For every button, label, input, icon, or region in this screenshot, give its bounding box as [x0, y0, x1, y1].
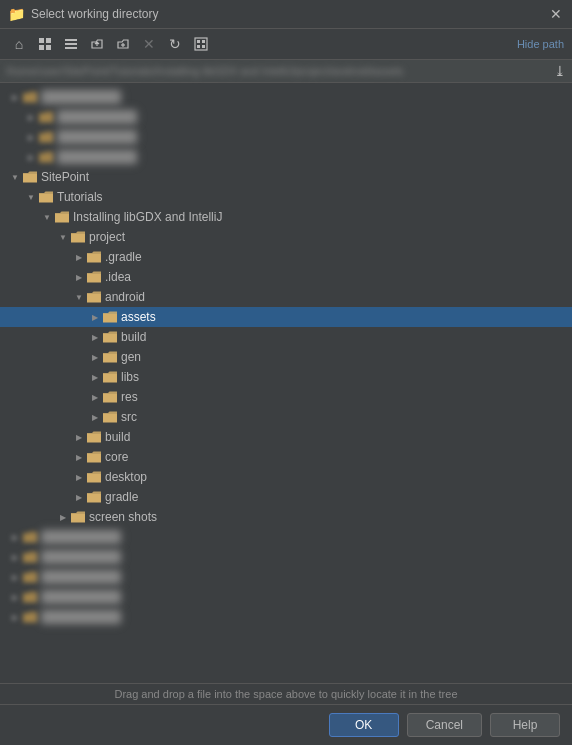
svg-rect-13 [202, 45, 205, 48]
tree-item-gradle2[interactable]: gradle [0, 487, 572, 507]
svg-rect-3 [46, 45, 51, 50]
toggle-down-icon[interactable] [72, 290, 86, 304]
path-download-icon[interactable]: ⤓ [554, 63, 566, 79]
tree-item-gradle[interactable]: .gradle [0, 247, 572, 267]
svg-rect-6 [65, 47, 77, 49]
folder-icon [22, 570, 38, 584]
tree-item-Tutorials[interactable]: Tutorials [0, 187, 572, 207]
home-icon[interactable]: ⌂ [8, 33, 30, 55]
folder-icon [70, 230, 86, 244]
toggle-right-icon[interactable] [8, 610, 22, 624]
tree-item-blurred4[interactable]: blurred item 4 [0, 147, 572, 167]
toggle-right-icon[interactable] [56, 510, 70, 524]
folder-icon [86, 450, 102, 464]
tree-item-Installing[interactable]: Installing libGDX and IntelliJ [0, 207, 572, 227]
svg-rect-1 [46, 38, 51, 43]
tree-item-idea[interactable]: .idea [0, 267, 572, 287]
toggle-right-icon[interactable] [72, 470, 86, 484]
tree-item-SitePoint[interactable]: SitePoint [0, 167, 572, 187]
toggle-down-icon[interactable] [40, 210, 54, 224]
tree-item-build2[interactable]: build [0, 427, 572, 447]
item-label: blurred item 2 [57, 110, 137, 124]
toggle-right-icon[interactable] [24, 110, 38, 124]
item-label: gen [121, 350, 141, 364]
toggle-down-icon[interactable] [24, 190, 38, 204]
tree-item-res[interactable]: res [0, 387, 572, 407]
toggle-right-icon[interactable] [72, 430, 86, 444]
folder-icon [54, 210, 70, 224]
item-label: gradle [105, 490, 138, 504]
tree-item-blurred3[interactable]: blurred item 3 [0, 127, 572, 147]
folder-icon [86, 270, 102, 284]
item-label: build [121, 330, 146, 344]
cancel-button[interactable]: Cancel [407, 713, 482, 737]
toggle-right-icon[interactable] [8, 550, 22, 564]
tree-item-desktop[interactable]: desktop [0, 467, 572, 487]
tree-item-core[interactable]: core [0, 447, 572, 467]
tree-item-blurred7[interactable]: blurred item 7 [0, 567, 572, 587]
tree-item-blurred5[interactable]: blurred item 5 [0, 527, 572, 547]
toggle-right-icon[interactable] [88, 370, 102, 384]
tree-item-gen[interactable]: gen [0, 347, 572, 367]
toggle-right-icon[interactable] [8, 530, 22, 544]
folder-icon [38, 190, 54, 204]
toggle-right-icon[interactable] [8, 90, 22, 104]
toggle-right-icon[interactable] [88, 350, 102, 364]
refresh-icon[interactable]: ↻ [164, 33, 186, 55]
tree-container[interactable]: blurred item 1 blurred item 2 blurred it… [0, 83, 572, 683]
hide-path-button[interactable]: Hide path [517, 38, 564, 50]
footer-buttons: OK Cancel Help [0, 704, 572, 745]
toggle-right-icon[interactable] [24, 130, 38, 144]
item-label: Tutorials [57, 190, 103, 204]
folder-icon [22, 550, 38, 564]
close-button[interactable]: ✕ [548, 6, 564, 22]
toggle-right-icon[interactable] [72, 270, 86, 284]
toggle-right-icon[interactable] [8, 590, 22, 604]
tree-item-project[interactable]: project [0, 227, 572, 247]
toggle-right-icon[interactable] [72, 490, 86, 504]
item-label: res [121, 390, 138, 404]
tree-item-assets[interactable]: assets [0, 307, 572, 327]
item-label: blurred item 3 [57, 130, 137, 144]
toggle-right-icon[interactable] [72, 250, 86, 264]
toggle-down-icon[interactable] [56, 230, 70, 244]
tree-item-build1[interactable]: build [0, 327, 572, 347]
tree-item-blurred6[interactable]: blurred item 6 [0, 547, 572, 567]
item-label: android [105, 290, 145, 304]
toggle-right-icon[interactable] [72, 450, 86, 464]
toggle-right-icon[interactable] [8, 570, 22, 584]
item-label: build [105, 430, 130, 444]
item-label: SitePoint [41, 170, 89, 184]
ok-button[interactable]: OK [329, 713, 399, 737]
tree-item-blurred8[interactable]: blurred item 8 [0, 587, 572, 607]
folder-icon [38, 130, 54, 144]
toggle-right-icon[interactable] [88, 330, 102, 344]
new-folder-icon[interactable] [112, 33, 134, 55]
tree-item-blurred9[interactable]: blurred item 9 [0, 607, 572, 627]
item-label: blurred item 7 [41, 570, 121, 584]
toggle-right-icon[interactable] [88, 310, 102, 324]
toggle-right-icon[interactable] [88, 410, 102, 424]
toggle-down-icon[interactable] [8, 170, 22, 184]
grid-icon[interactable] [190, 33, 212, 55]
svg-rect-12 [197, 45, 200, 48]
tree-item-blurred1[interactable]: blurred item 1 [0, 87, 572, 107]
tree-item-android[interactable]: android [0, 287, 572, 307]
tree-item-blurred2[interactable]: blurred item 2 [0, 107, 572, 127]
list-icon[interactable] [60, 33, 82, 55]
tree-item-screenshots[interactable]: screen shots [0, 507, 572, 527]
svg-rect-5 [65, 43, 77, 45]
tree-item-libs[interactable]: libs [0, 367, 572, 387]
tree-item-src[interactable]: src [0, 407, 572, 427]
help-button[interactable]: Help [490, 713, 560, 737]
item-label: desktop [105, 470, 147, 484]
folder-up-icon[interactable] [86, 33, 108, 55]
folder-icon [86, 430, 102, 444]
status-bar: Drag and drop a file into the space abov… [0, 683, 572, 704]
layout-icon[interactable] [34, 33, 56, 55]
dialog-icon: 📁 [8, 6, 25, 22]
delete-icon[interactable]: ✕ [138, 33, 160, 55]
toggle-right-icon[interactable] [88, 390, 102, 404]
toolbar: ⌂ [0, 29, 572, 60]
toggle-right-icon[interactable] [24, 150, 38, 164]
